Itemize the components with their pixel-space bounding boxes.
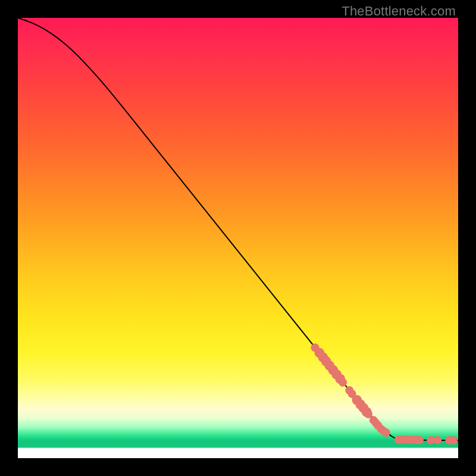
curve-line (18, 18, 458, 440)
chart-frame: TheBottleneck.com (0, 0, 476, 476)
watermark-text: TheBottleneck.com (342, 4, 456, 19)
data-marker (433, 436, 441, 444)
plot-area (18, 18, 458, 458)
chart-svg (18, 18, 458, 458)
data-marker (415, 436, 424, 444)
data-marker (382, 428, 390, 437)
data-marker (449, 436, 458, 444)
data-marker (339, 378, 347, 387)
markers-diagonal-group (311, 343, 390, 437)
